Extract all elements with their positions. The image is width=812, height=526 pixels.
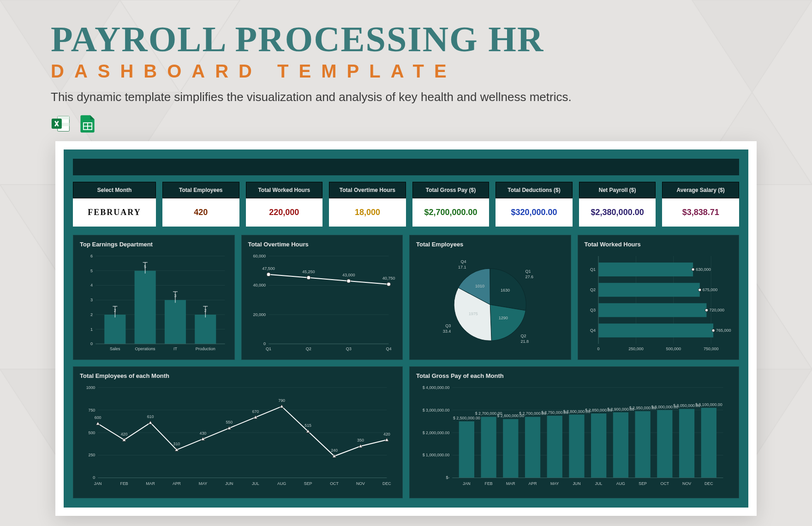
svg-rect-190 bbox=[635, 412, 650, 478]
svg-text:40,000: 40,000 bbox=[253, 283, 266, 287]
svg-text:$ 1,000,000.00: $ 1,000,000.00 bbox=[423, 453, 450, 458]
svg-point-69 bbox=[387, 282, 390, 286]
chart-worked-hours: Total Worked Hours 0250,000500,000750,00… bbox=[578, 235, 740, 360]
svg-rect-104 bbox=[598, 323, 713, 337]
svg-text:OCT: OCT bbox=[330, 481, 339, 486]
svg-text:$ 4,000,000.00: $ 4,000,000.00 bbox=[423, 385, 450, 390]
chart-gross-monthly: Total Gross Pay of each Month $-$ 1,000,… bbox=[409, 366, 739, 498]
svg-text:SEP: SEP bbox=[304, 481, 312, 486]
svg-text:60,000: 60,000 bbox=[253, 254, 266, 258]
svg-rect-196 bbox=[679, 409, 694, 478]
svg-rect-187 bbox=[613, 412, 628, 478]
svg-text:430: 430 bbox=[200, 431, 207, 436]
svg-text:Q4: Q4 bbox=[386, 347, 391, 351]
svg-text:0: 0 bbox=[263, 341, 266, 346]
svg-point-98 bbox=[698, 288, 701, 291]
svg-text:1290: 1290 bbox=[499, 316, 508, 320]
svg-rect-172 bbox=[503, 419, 518, 478]
svg-text:JUL: JUL bbox=[252, 481, 259, 486]
svg-marker-145 bbox=[280, 405, 284, 408]
svg-rect-92 bbox=[598, 263, 693, 276]
svg-text:1975: 1975 bbox=[469, 311, 478, 316]
svg-marker-153 bbox=[385, 438, 388, 442]
svg-rect-40 bbox=[165, 300, 186, 344]
svg-text:790: 790 bbox=[278, 398, 285, 403]
kpi-label: Total Gross Pay ($) bbox=[412, 182, 490, 198]
svg-text:MAY: MAY bbox=[199, 481, 208, 486]
svg-text:500: 500 bbox=[89, 430, 96, 435]
svg-text:515: 515 bbox=[304, 423, 311, 428]
svg-text:350: 350 bbox=[357, 438, 364, 443]
svg-text:250,000: 250,000 bbox=[628, 347, 644, 351]
svg-text:IT: IT bbox=[173, 347, 178, 351]
svg-text:765,000: 765,000 bbox=[716, 328, 731, 333]
svg-text:43,000: 43,000 bbox=[342, 273, 355, 277]
svg-rect-35 bbox=[135, 271, 156, 344]
svg-rect-166 bbox=[459, 422, 474, 478]
svg-text:Q2: Q2 bbox=[305, 347, 311, 351]
page-title-line1: PAYROLL PROCESSING HR bbox=[51, 18, 761, 60]
svg-text:Operations: Operations bbox=[135, 347, 156, 351]
chart-title: Total Overtime Hours bbox=[248, 241, 396, 248]
svg-marker-131 bbox=[96, 422, 100, 425]
svg-text:Sales: Sales bbox=[110, 347, 120, 351]
chart-total-employees-pie: Total Employees 1630Q127.61290Q221.81975… bbox=[409, 235, 571, 360]
svg-text:NOV: NOV bbox=[682, 481, 691, 486]
svg-text:JUN: JUN bbox=[573, 481, 580, 486]
chart-title: Total Employees of each Month bbox=[80, 372, 396, 379]
svg-text:47,500: 47,500 bbox=[262, 266, 275, 271]
kpi-label: Total Deductions ($) bbox=[496, 182, 573, 198]
svg-text:FEB: FEB bbox=[485, 481, 493, 486]
svg-rect-100 bbox=[598, 303, 706, 317]
svg-text:AUG: AUG bbox=[277, 481, 286, 486]
svg-text:MAR: MAR bbox=[146, 481, 155, 486]
svg-text:$ 2,000,000.00: $ 2,000,000.00 bbox=[423, 430, 450, 435]
svg-text:Q4: Q4 bbox=[590, 328, 596, 333]
svg-text:720,000: 720,000 bbox=[709, 308, 724, 312]
svg-text:Q1: Q1 bbox=[525, 269, 531, 274]
svg-text:Q2: Q2 bbox=[520, 334, 526, 338]
svg-text:670: 670 bbox=[252, 409, 259, 414]
svg-rect-184 bbox=[591, 413, 606, 478]
svg-text:NOV: NOV bbox=[356, 481, 365, 486]
svg-text:20,000: 20,000 bbox=[253, 312, 266, 317]
svg-text:$-: $- bbox=[446, 476, 450, 480]
svg-rect-193 bbox=[657, 410, 672, 478]
dashboard-frame: Select Month FEBRUARY Total Employees420… bbox=[55, 141, 757, 516]
svg-text:FEB: FEB bbox=[120, 481, 128, 486]
svg-text:1000: 1000 bbox=[86, 385, 96, 390]
kpi-label: Total Employees bbox=[162, 182, 239, 198]
chart-employees-monthly: Total Employees of each Month 0250500750… bbox=[73, 366, 403, 498]
kpi-worked-hours: 220,000 bbox=[246, 198, 323, 227]
page-title-line2: DASHBOARD TEMPLATE bbox=[51, 61, 761, 82]
kpi-avg-salary: $3,838.71 bbox=[662, 198, 739, 227]
svg-rect-178 bbox=[547, 416, 562, 478]
kpi-total-employees: 420 bbox=[162, 198, 239, 227]
svg-text:OCT: OCT bbox=[661, 481, 669, 486]
svg-rect-199 bbox=[701, 408, 716, 478]
month-selector[interactable]: FEBRUARY bbox=[73, 198, 156, 227]
kpi-net-payroll: $2,380,000.00 bbox=[579, 198, 656, 227]
svg-rect-45 bbox=[195, 315, 216, 344]
google-sheets-icon bbox=[78, 114, 98, 136]
svg-text:45,250: 45,250 bbox=[302, 269, 315, 274]
svg-text:Production: Production bbox=[196, 347, 215, 351]
kpi-label: Average Salary ($) bbox=[662, 182, 739, 198]
chart-overtime-hours: Total Overtime Hours 020,00040,00060,000… bbox=[241, 235, 403, 360]
svg-text:APR: APR bbox=[528, 481, 537, 486]
kpi-label: Net Payroll ($) bbox=[579, 182, 656, 198]
svg-marker-135 bbox=[149, 421, 152, 424]
svg-text:600: 600 bbox=[95, 416, 102, 420]
svg-text:DEC: DEC bbox=[382, 481, 391, 486]
svg-text:5: 5 bbox=[90, 269, 93, 273]
svg-text:Q3: Q3 bbox=[346, 347, 351, 351]
svg-text:1: 1 bbox=[90, 327, 93, 332]
svg-text:630,000: 630,000 bbox=[696, 267, 711, 272]
svg-rect-181 bbox=[569, 415, 584, 478]
excel-icon bbox=[51, 114, 71, 136]
chart-title: Total Worked Hours bbox=[585, 241, 733, 248]
svg-rect-175 bbox=[525, 417, 540, 478]
svg-text:1010: 1010 bbox=[475, 284, 484, 288]
kpi-overtime: 18,000 bbox=[329, 198, 406, 227]
svg-text:JAN: JAN bbox=[463, 481, 471, 486]
